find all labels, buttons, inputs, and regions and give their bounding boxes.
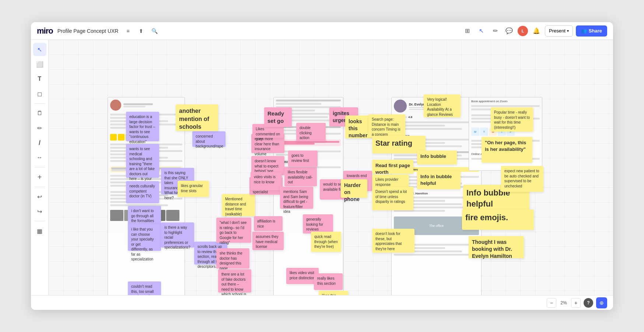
sidebar-tool-line[interactable]: / <box>33 136 46 149</box>
sticky-looks-number[interactable]: looks this number <box>345 115 372 138</box>
sticky-background[interactable]: concerned about background/rape <box>192 131 225 147</box>
sticky-race[interactable]: is there a way to highlight racial prefe… <box>161 222 194 248</box>
sticky-specialty[interactable]: i like that you can choose your specialt… <box>128 224 161 251</box>
sticky-doesnt-look[interactable]: doesn't look for these, but appreciates … <box>372 229 414 253</box>
sticky-license[interactable]: assumes they have medical license <box>252 232 284 250</box>
sticky-thought-booking[interactable]: Thought I was booking with Dr. Evelyn Ha… <box>469 236 524 258</box>
sidebar: ↖ ⬜ T ◻ 🗒 ✏ / ↔ + ↩ ↪ ▦ <box>31 40 49 295</box>
canvas[interactable]: 150 80 100 Dr. Evelyn Hamilton <box>49 40 613 295</box>
sticky-designed[interactable]: she thinks the doctor has designed this … <box>216 248 249 269</box>
sticky-distance[interactable]: Mentioned distance and travel time (walk… <box>222 194 255 216</box>
sticky-double[interactable]: double clicking action <box>296 123 326 141</box>
sidebar-tool-sticky[interactable]: 🗒 <box>33 107 46 120</box>
bell-icon[interactable]: 🔔 <box>531 25 542 37</box>
sticky-quick-read[interactable]: quick read through (when they're free) <box>311 232 341 252</box>
sticky-fake[interactable]: couldn't read this, too small — she can'… <box>128 281 161 295</box>
menu-icon[interactable]: ≡ <box>123 26 133 36</box>
sidebar-tool-cursor[interactable]: ↖ <box>33 43 46 56</box>
zoom-level: 2% <box>559 300 569 305</box>
logo: miro <box>37 26 53 36</box>
share-button[interactable]: 👥 Share <box>576 25 607 37</box>
search-icon[interactable]: 🔍 <box>149 26 160 36</box>
sticky-granular[interactable]: likes granular time slots <box>178 181 209 197</box>
sticky-schooling[interactable]: wants to see medical schooling and train… <box>126 144 159 178</box>
cursor-tool-icon[interactable]: ↖ <box>476 25 487 37</box>
comment-icon[interactable]: 💬 <box>504 25 515 37</box>
sidebar-divider-2 <box>35 167 45 167</box>
sidebar-divider-3 <box>35 187 45 187</box>
sticky-culturally[interactable]: needs culturally competent doctor (in TV… <box>126 181 159 203</box>
sidebar-tool-frame[interactable]: ⬜ <box>33 58 46 71</box>
avatar[interactable]: L <box>518 26 528 36</box>
sticky-flexible[interactable]: likes flexible availability call-out <box>284 167 317 186</box>
pen-icon[interactable]: ✏ <box>490 25 501 37</box>
sticky-educational[interactable]: likes this being more 'educational' <box>319 291 348 295</box>
sticky-rating-google[interactable]: "what I don't see is rating– so I'd go b… <box>216 218 251 243</box>
zoom-out-button[interactable]: − <box>547 298 556 308</box>
sticky-really-likes[interactable]: really likes this section <box>314 273 343 290</box>
app-window: miro Profile Page Concept UXR ≡ ⬆ 🔍 ⊞ ↖ … <box>31 22 613 310</box>
collab-button[interactable]: ⊕ <box>596 297 607 308</box>
sidebar-tool-pen[interactable]: ✏ <box>33 121 46 135</box>
sticky-education[interactable]: education is a large decision factor for… <box>126 112 159 141</box>
sticky-looking-reviews[interactable]: generally looking for reviews <box>303 214 333 234</box>
sticky-video[interactable]: video visits is nice to know <box>251 172 282 190</box>
sidebar-tool-undo[interactable]: ↩ <box>33 190 46 203</box>
sticky-sam[interactable]: mentions Sam and Sam being difficult to … <box>280 187 313 209</box>
sidebar-tool-connector[interactable]: ↔ <box>33 151 46 164</box>
sidebar-tool-table[interactable]: ▦ <box>33 224 46 238</box>
sticky-search-page[interactable]: Search page: Distance is main concern Ti… <box>368 114 405 137</box>
sticky-disparity[interactable]: Doesn't spend a lot of time unless dispa… <box>372 187 413 210</box>
zoom-in-button[interactable]: + <box>571 298 581 308</box>
sticky-availability[interactable]: "On her page, this is her availability" <box>482 137 532 163</box>
apps-icon[interactable]: ⊞ <box>462 25 473 37</box>
main-area: ↖ ⬜ T ◻ 🗒 ✏ / ↔ + ↩ ↪ ▦ <box>31 40 613 295</box>
sticky-info-bubble[interactable]: Info bubble <box>417 151 457 165</box>
sidebar-divider-1 <box>35 103 45 104</box>
sticky-fire-emojis[interactable]: fire emojis. <box>462 210 534 230</box>
titlebar: miro Profile Page Concept UXR ≡ ⬆ 🔍 ⊞ ↖ … <box>31 22 613 40</box>
zoom-controls: − 2% + <box>547 298 581 308</box>
sticky-read-first[interactable]: Read first page worth <box>372 160 413 174</box>
bottom-bar: − 2% + ? ⊕ <box>31 295 613 310</box>
sidebar-tool-redo[interactable]: ↪ <box>33 205 46 218</box>
project-title: Profile Page Concept UXR <box>57 28 119 34</box>
sticky-review-first[interactable]: goes to review first <box>288 151 318 167</box>
sidebar-tool-add[interactable]: + <box>33 170 46 184</box>
sidebar-divider-4 <box>35 221 45 221</box>
sidebar-tool-shapes[interactable]: ◻ <box>33 87 46 100</box>
sticky-auto-checked[interactable]: expect new patient to be auto checked an… <box>501 166 543 192</box>
sticky-harder-phone[interactable]: Harder on phone <box>341 179 367 198</box>
sticky-info-in-bubble[interactable]: Info in bubble helpful <box>417 171 461 189</box>
sidebar-tool-text[interactable]: T <box>33 72 46 86</box>
sticky-logical[interactable]: Very logical! Location Availability At a… <box>424 94 461 117</box>
present-button[interactable]: Present ▾ <box>545 25 573 37</box>
sticky-affiliation[interactable]: affiliation is nice <box>254 216 283 231</box>
titlebar-icons: ≡ ⬆ 🔍 <box>123 26 160 36</box>
export-icon[interactable]: ⬆ <box>136 26 146 36</box>
help-button[interactable]: ? <box>584 298 593 308</box>
titlebar-right: ⊞ ↖ ✏ 💬 L 🔔 Present ▾ 👥 Share <box>462 25 607 37</box>
sticky-fake-doctors[interactable]: there are a lot of fake doctors out ther… <box>218 269 251 293</box>
sticky-popular[interactable]: Popular time - really busy - doesn't wan… <box>491 107 533 132</box>
sticky-ready[interactable]: Ready set go <box>264 107 292 127</box>
sticky-schools-mention[interactable]: another mention of schools <box>176 104 218 131</box>
